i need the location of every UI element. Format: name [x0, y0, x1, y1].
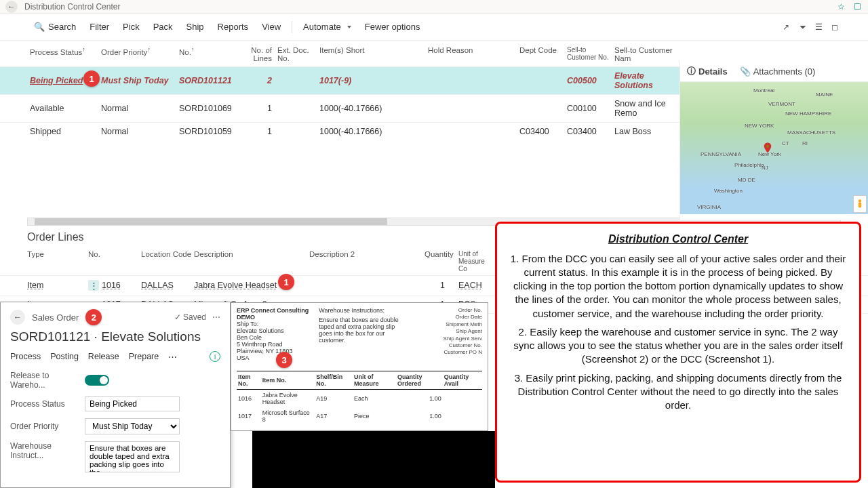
view-button[interactable]: View — [255, 22, 288, 32]
map-label: Washington — [714, 188, 743, 194]
annotation-badge-2: 2 — [85, 309, 102, 325]
bookmark-icon[interactable]: ☆ — [835, 1, 846, 12]
share-icon[interactable]: ↗ — [783, 22, 792, 32]
expand-icon[interactable]: ◻ — [831, 22, 841, 32]
map-label: NJ — [762, 165, 768, 171]
release-toggle[interactable] — [85, 375, 109, 386]
more-icon[interactable]: ⋯ — [212, 312, 220, 322]
col-order-priority[interactable]: Order Priority↑ — [98, 46, 176, 62]
attachment-icon: 📎 — [740, 66, 751, 77]
back-button[interactable]: ← — [5, 1, 18, 13]
so-breadcrumb: Sales Order — [32, 312, 79, 323]
so-title: SORD101121 · Elevate Solutions — [10, 325, 220, 351]
explainer-callout: Distribution Control Center 1. From the … — [495, 222, 861, 483]
map-label: RI — [802, 140, 808, 146]
col-ext-doc[interactable]: Ext. Doc. No. — [275, 46, 317, 62]
op-label: Order Priority — [10, 422, 85, 431]
map-label: PENNSYLVANIA — [701, 151, 741, 157]
map-label: MAINE — [816, 92, 833, 98]
saved-indicator: ✓ Saved ⋯ — [174, 312, 220, 322]
col-process-status[interactable]: Process Status↑ — [27, 46, 98, 62]
col-no[interactable]: No.↑ — [176, 46, 234, 62]
ship-button[interactable]: Ship — [180, 22, 211, 32]
page-title: Distribution Control Center — [24, 2, 120, 12]
col-cust-no[interactable]: Sell-to Customer No. — [564, 46, 612, 62]
separator — [292, 21, 292, 33]
factbox-panel: ⓘ Details 📎 Attachments (0) MontrealMAIN… — [679, 61, 868, 220]
process-status-input[interactable] — [85, 396, 180, 411]
callout-title: Distribution Control Center — [509, 232, 847, 247]
svg-point-0 — [859, 199, 862, 203]
map-label: NEW YORK — [745, 123, 774, 129]
row-menu-button[interactable]: ⋮ — [88, 280, 99, 291]
svg-point-2 — [766, 145, 769, 148]
map-label: CT — [782, 140, 789, 146]
col-dept-code[interactable]: Dept Code — [517, 46, 564, 62]
pack-button[interactable]: Pack — [146, 22, 180, 32]
col-hold-reason[interactable]: Hold Reason — [425, 46, 517, 62]
tab-details[interactable]: ⓘ Details — [687, 65, 728, 77]
tab-process[interactable]: Process — [10, 352, 41, 361]
search-icon: 🔍 — [34, 22, 45, 32]
svg-rect-1 — [859, 203, 862, 208]
map-label: Montreal — [753, 87, 774, 94]
automate-dropdown[interactable]: Automate — [296, 22, 358, 32]
tab-more[interactable]: ⋯ — [168, 352, 177, 362]
map-pin-icon — [762, 142, 774, 154]
customer-map[interactable]: MontrealMAINEVERMONTNEW HAMPSHIRENEW YOR… — [680, 82, 868, 214]
annotation-badge-3: 3 — [276, 352, 292, 368]
map-label: MD DE — [738, 177, 755, 183]
order-priority-select[interactable]: Must Ship Today — [85, 418, 180, 434]
black-strip — [252, 431, 495, 488]
tab-attachments[interactable]: 📎 Attachments (0) — [740, 65, 816, 77]
info-icon: ⓘ — [687, 65, 696, 77]
toolbar: 🔍 Search Filter Pick Pack Ship Reports V… — [0, 14, 868, 41]
tab-release[interactable]: Release — [88, 352, 119, 361]
info-icon[interactable]: i — [210, 351, 220, 362]
tab-prepare[interactable]: Prepare — [129, 352, 159, 361]
annotation-badge-1: 1 — [83, 70, 100, 87]
pegman-icon[interactable] — [853, 195, 867, 213]
pick-button[interactable]: Pick — [116, 22, 146, 32]
map-label: NEW HAMPSHIRE — [785, 110, 831, 117]
warehouse-instr-textarea[interactable]: Ensure that boxes are double taped and e… — [85, 441, 180, 472]
title-bar: ← Distribution Control Center ☆ ☐ — [0, 0, 868, 14]
map-label: MASSACHUSETTS — [787, 129, 835, 136]
release-label: Release to Wareho... — [10, 371, 85, 390]
pick-sheet-preview: 3 ERP Connect Consulting DEMO Ship To: E… — [231, 302, 488, 431]
col-no-lines[interactable]: No. of Lines — [234, 46, 275, 62]
wi-label: Warehouse Instruct... — [10, 441, 85, 460]
annotation-badge-1b: 1 — [278, 274, 294, 290]
sales-order-card: ← Sales Order 2 ✓ Saved ⋯ SORD101121 · E… — [0, 302, 231, 488]
col-items-short[interactable]: Item(s) Short — [317, 46, 425, 62]
map-label: Philadelphia — [734, 162, 764, 168]
so-back-button[interactable]: ← — [10, 310, 25, 325]
tab-posting[interactable]: Posting — [50, 352, 79, 361]
col-cust-name[interactable]: Sell-to Customer Nam — [612, 46, 679, 62]
fewer-options-button[interactable]: Fewer options — [358, 22, 427, 32]
search-button[interactable]: 🔍 Search — [27, 22, 83, 32]
reports-button[interactable]: Reports — [211, 22, 256, 32]
filter-button[interactable]: Filter — [83, 22, 116, 32]
map-label: VERMONT — [768, 101, 795, 107]
check-icon: ✓ — [174, 312, 181, 322]
ps-label: Process Status — [10, 399, 85, 409]
map-label: VIRGINIA — [697, 204, 721, 210]
popout-icon[interactable]: ☐ — [852, 1, 863, 12]
list-icon[interactable]: ☰ — [815, 22, 825, 32]
filter-icon[interactable]: ⏷ — [799, 22, 808, 32]
